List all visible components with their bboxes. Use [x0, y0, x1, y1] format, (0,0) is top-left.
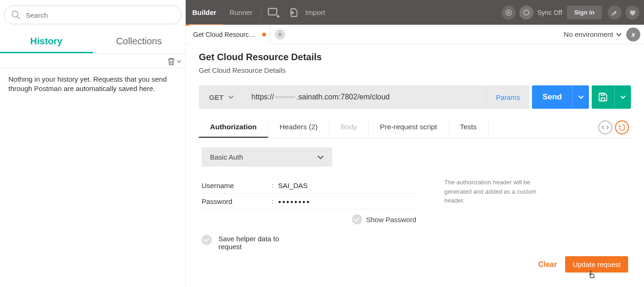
env-quicklook-button[interactable]: x — [626, 28, 640, 42]
new-window-icon — [267, 7, 280, 18]
environment-selector[interactable]: No environment — [564, 30, 626, 38]
settings-button[interactable] — [608, 6, 622, 20]
wrench-icon — [611, 9, 618, 16]
reset-button[interactable] — [615, 120, 629, 134]
sidebar: History Collections Nothing in your hist… — [0, 0, 186, 287]
chevron-down-icon — [317, 154, 324, 161]
search-input-wrapper[interactable] — [4, 6, 182, 24]
show-password-label: Show Password — [366, 216, 416, 224]
svg-rect-8 — [601, 98, 604, 101]
unsaved-dot-icon — [262, 33, 266, 36]
tab-authorization[interactable]: Authorization — [199, 117, 268, 138]
interceptor-button[interactable] — [502, 6, 516, 20]
chevron-down-icon — [228, 94, 234, 100]
request-tab-label: Get Cloud Resource … — [193, 31, 259, 38]
chevron-down-icon — [177, 59, 182, 64]
url-input[interactable]: https://.sainath.com:7802/em/cloud — [244, 85, 486, 109]
topbar: Builder Runner Import Sync Off Sign in — [186, 0, 644, 25]
svg-point-6 — [506, 10, 511, 15]
search-icon — [11, 10, 21, 20]
environment-label: No environment — [564, 30, 613, 38]
trash-icon — [167, 56, 176, 67]
variable-icon: x — [631, 31, 635, 38]
save-helper-checkbox[interactable] — [202, 235, 212, 245]
send-dropdown[interactable] — [572, 85, 589, 109]
request-description: Get Cloud Resource Details — [199, 66, 631, 74]
auth-help-text: The authorization header will be generat… — [444, 178, 552, 251]
cursor-icon — [588, 269, 596, 280]
nav-runner[interactable]: Runner — [223, 1, 259, 26]
request-tab-strip: Get Cloud Resource … + No environment x — [186, 25, 644, 44]
svg-point-7 — [524, 10, 529, 15]
svg-rect-2 — [268, 8, 277, 15]
update-request-button[interactable]: Update request — [565, 256, 628, 273]
tab-history[interactable]: History — [0, 31, 93, 53]
history-empty-text: Nothing in your history yet. Requests th… — [0, 68, 185, 100]
password-value[interactable]: ●●●●●●●● — [278, 199, 310, 204]
tab-prerequest[interactable]: Pre-request script — [369, 117, 448, 138]
search-input[interactable] — [26, 11, 175, 19]
save-helper-label: Save helper data to request — [218, 235, 284, 251]
save-dropdown[interactable] — [614, 85, 631, 109]
request-content: Get Cloud Resource Details Get Cloud Res… — [186, 44, 644, 287]
reset-icon — [618, 124, 626, 131]
save-icon — [598, 92, 608, 102]
send-button[interactable]: Send — [532, 85, 572, 109]
params-button[interactable]: Params — [486, 85, 530, 109]
save-button-group — [592, 85, 631, 109]
import-button[interactable] — [284, 0, 304, 25]
tab-headers[interactable]: Headers (2) — [268, 117, 329, 138]
add-tab-button[interactable]: + — [275, 29, 285, 40]
heart-icon — [629, 9, 636, 16]
request-title: Get Cloud Resource Details — [199, 52, 631, 63]
sync-status-label: Sync Off — [537, 9, 562, 16]
svg-rect-9 — [601, 93, 604, 96]
clear-history-button[interactable] — [167, 56, 182, 67]
tab-collections[interactable]: Collections — [93, 31, 186, 53]
sync-button[interactable] — [519, 6, 533, 20]
username-label: Username — [202, 182, 272, 189]
code-snippet-button[interactable] — [598, 120, 612, 134]
send-button-group: Send — [532, 85, 589, 109]
request-tab[interactable]: Get Cloud Resource … — [189, 25, 270, 44]
chevron-down-icon — [578, 94, 584, 100]
chevron-down-icon — [620, 94, 626, 100]
show-password-checkbox[interactable] — [352, 214, 362, 224]
satellite-icon — [505, 9, 512, 16]
username-value[interactable]: SAI_DAS — [278, 182, 308, 189]
method-selector[interactable]: GET — [199, 85, 244, 109]
svg-point-0 — [12, 11, 18, 17]
clear-button[interactable]: Clear — [538, 260, 557, 269]
url-masked-segment — [275, 96, 295, 98]
sync-icon — [523, 9, 530, 16]
tab-tests[interactable]: Tests — [448, 117, 488, 138]
svg-line-1 — [17, 16, 20, 19]
save-button[interactable] — [592, 85, 614, 109]
import-label[interactable]: Import — [305, 8, 325, 16]
chevron-down-icon — [616, 32, 622, 37]
auth-type-selector[interactable]: Basic Auth — [202, 147, 332, 167]
svg-point-5 — [508, 12, 510, 14]
import-icon — [289, 7, 299, 18]
password-label: Password — [202, 197, 272, 205]
nav-builder[interactable]: Builder — [186, 1, 223, 26]
method-label: GET — [209, 93, 224, 101]
new-window-button[interactable] — [263, 0, 284, 25]
tab-body[interactable]: Body — [329, 117, 369, 138]
signin-button[interactable]: Sign in — [567, 6, 602, 19]
auth-type-label: Basic Auth — [210, 153, 243, 161]
favorite-button[interactable] — [625, 6, 639, 20]
code-icon — [602, 124, 609, 131]
